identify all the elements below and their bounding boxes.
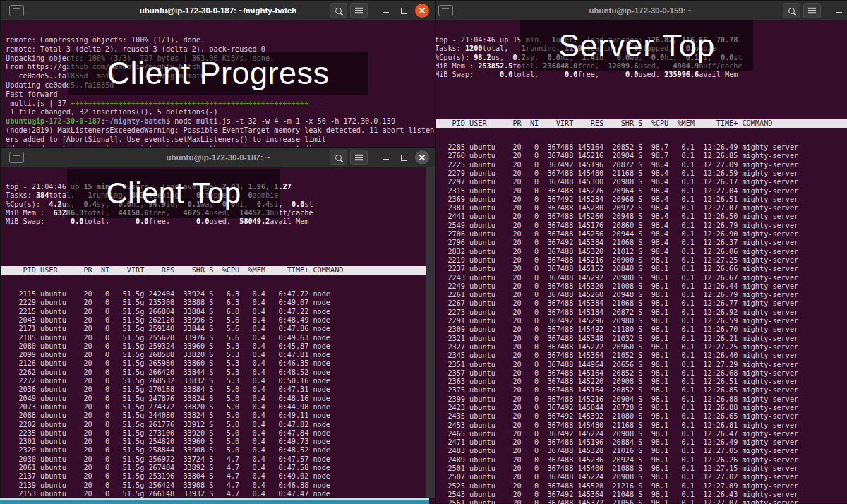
minimize-button[interactable] [378,3,393,18]
search-button[interactable] [330,3,347,18]
blank-line [430,95,847,103]
new-terminal-icon[interactable] [9,152,24,163]
menu-button[interactable] [350,3,368,18]
process-row: 2262 ubuntu 20 0 51.5g 266420 33844 S 5.… [1,368,426,377]
menu-button[interactable] [803,3,821,18]
titlebar-buttons [783,1,846,20]
process-row: 2320 ubuntu 20 0 51.5g 258844 33908 S 5.… [1,446,426,455]
process-row: 2043 ubuntu 20 0 51.5g 262120 33996 S 5.… [1,316,426,325]
background-window-edge [0,498,429,504]
process-row: 2507 ubuntu 20 0 367488 145224 20908 S 9… [430,473,847,481]
minimize-button[interactable] [378,150,393,165]
process-row: 2301 ubuntu 20 0 51.5g 254820 33960 S 5.… [1,438,426,446]
caption-client-top: Client Top [67,169,280,218]
process-row: 2229 ubuntu 20 0 51.5g 235308 33888 S 6.… [1,299,426,307]
process-row: 2115 ubuntu 20 0 51.5g 242404 33924 S 6.… [1,290,426,299]
process-row: 2073 ubuntu 20 0 51.5g 274372 33820 S 5.… [1,403,426,412]
process-row: 2760 ubuntu 20 0 367488 145216 20904 S 9… [430,152,847,160]
minimize-icon [383,12,389,13]
window-server-top: ubuntu@ip-172-30-0-159: ~ top - 21:04:46… [429,0,847,504]
menu-button[interactable] [350,150,368,165]
search-button[interactable] [783,3,800,18]
scrollbar-track[interactable] [426,167,435,498]
process-row: 2243 ubuntu 20 0 367488 145292 20980 S 9… [430,274,847,282]
process-row: 2369 ubuntu 20 0 367492 145284 20968 S 9… [430,196,847,204]
terminal-line: multi.js | 37 ++++++++++++++++++++++++++… [1,100,435,109]
process-row: 2279 ubuntu 20 0 367488 145480 21168 S 9… [430,169,847,178]
close-button[interactable] [414,3,430,18]
process-row: 2185 ubuntu 20 0 51.5g 255620 33976 S 5.… [1,334,426,342]
titlebar-client-top[interactable]: ubuntu@ip-172-30-0-187: ~ [1,148,435,167]
process-row: 2235 ubuntu 20 0 51.5g 273100 33920 S 5.… [1,429,426,438]
minimize-icon [383,159,389,160]
process-row: 2309 ubuntu 20 0 367488 145492 21180 S 9… [430,325,847,334]
process-row: 2237 ubuntu 20 0 367488 145152 20840 S 9… [430,265,847,273]
process-row: 2345 ubuntu 20 0 367488 145364 21052 S 9… [430,352,847,360]
process-row: 2327 ubuntu 20 0 367488 145272 20960 S 9… [430,343,847,352]
process-row: 2030 ubuntu 20 0 51.5g 256972 33724 S 4.… [1,455,426,464]
process-row: 2453 ubuntu 20 0 367488 145480 21168 S 9… [430,421,847,430]
search-icon [335,8,342,14]
minimize-icon [836,12,842,13]
desktop: ubuntu@ip-172-30-0-159: ~ top - 21:04:46… [0,0,847,504]
process-row: 2049 ubuntu 20 0 51.5g 247876 33824 S 5.… [1,395,426,403]
close-button[interactable] [414,150,430,165]
process-row: 2483 ubuntu 20 0 367488 145328 21016 S 9… [430,447,847,455]
process-row: 2126 ubuntu 20 0 51.5g 265980 33860 S 5.… [1,359,426,368]
maximize-button[interactable] [396,3,412,18]
terminal-body-server[interactable]: top - 21:04:46 up 15 min, 1user, load av… [430,20,847,504]
terminal-line: remote: Compressing objects: 100% (1/1),… [1,36,435,45]
process-row: 2215 ubuntu 20 0 51.5g 266804 33884 S 6.… [1,308,426,316]
process-row: 2171 ubuntu 20 0 51.5g 259140 33844 S 5.… [1,325,426,333]
process-row: 2543 ubuntu 20 0 367492 145364 21048 S 9… [430,491,847,499]
terminal-line: (node:2019) MaxListenersExceededWarning:… [1,126,435,136]
process-row: 2489 ubuntu 20 0 367488 145236 20924 S 9… [430,456,847,464]
process-row: 2219 ubuntu 20 0 367488 145216 20900 S 9… [430,256,847,265]
process-row: 2501 ubuntu 20 0 367488 145400 21088 S 9… [430,464,847,473]
blank-line [1,241,426,250]
window-title: ubuntu@ip-172-30-0-187: ~/mighty-batch [140,6,296,15]
process-row: 2272 ubuntu 20 0 51.5g 268532 33832 S 5.… [1,377,426,385]
maximize-button[interactable] [396,150,412,165]
new-terminal-icon[interactable] [438,5,453,16]
process-row: 2321 ubuntu 20 0 367488 145348 21032 S 9… [430,335,847,343]
process-row: 2137 ubuntu 20 0 51.5g 253196 33804 S 4.… [1,472,426,481]
close-icon [415,150,429,164]
terminal-line: ubuntu@ip-172-30-0-187:~/mighty-batch$ n… [1,117,435,126]
terminal-line: ers added to [AbortSignal]. Use events.s… [1,136,435,145]
process-row: 2796 ubuntu 20 0 367492 145384 21068 S 9… [430,239,847,247]
search-icon [335,155,342,161]
process-row: 2363 ubuntu 20 0 367488 145220 20908 S 9… [430,378,847,386]
titlebar-server-top[interactable]: ubuntu@ip-172-30-0-159: ~ [430,1,847,20]
process-row: 2267 ubuntu 20 0 367488 145384 21068 S 9… [430,299,847,308]
titlebar-client-progress[interactable]: ubuntu@ip-172-30-0-187: ~/mighty-batch [1,1,435,20]
process-row: 2465 ubuntu 20 0 367492 145224 20908 S 9… [430,430,847,438]
search-button[interactable] [330,150,347,165]
process-row: 2351 ubuntu 20 0 367488 144964 20656 S 9… [430,361,847,369]
new-terminal-icon[interactable] [9,5,24,16]
process-row: 2261 ubuntu 20 0 367488 145260 20948 S 9… [430,291,847,299]
hamburger-menu-icon [355,10,363,11]
process-row: 2832 ubuntu 20 0 367488 145320 21012 S 9… [430,248,847,256]
process-row: 2441 ubuntu 20 0 367488 145260 20948 S 9… [430,212,847,221]
process-row: 2315 ubuntu 20 0 367488 145276 20964 S 9… [430,187,847,196]
process-row: 2549 ubuntu 20 0 367488 145176 20860 S 9… [430,222,847,230]
close-icon [415,4,429,18]
hamburger-menu-icon [808,10,816,11]
terminal-line: 1 file changed, 32 insertions(+), 5 dele… [1,108,435,117]
maximize-icon [401,8,407,14]
process-row: 2249 ubuntu 20 0 367488 145320 21008 S 9… [430,282,847,291]
process-row: 2088 ubuntu 20 0 51.5g 244080 33824 S 5.… [1,412,426,420]
process-row: 2080 ubuntu 20 0 51.5g 259324 33960 S 5.… [1,342,426,351]
process-row: 2139 ubuntu 20 0 51.5g 256424 33908 S 4.… [1,481,426,490]
process-table: 2285 ubuntu 20 0 367488 145164 20852 S 9… [430,143,847,504]
process-row: 2099 ubuntu 20 0 51.5g 268588 33820 S 5.… [1,351,426,359]
minimize-button[interactable] [831,3,846,18]
process-row: 2297 ubuntu 20 0 367488 145300 20988 S 9… [430,178,847,186]
process-row: 2423 ubuntu 20 0 367492 145044 20728 S 9… [430,404,847,412]
titlebar-buttons [330,1,430,20]
process-row: 2225 ubuntu 20 0 367492 145196 20872 S 9… [430,161,847,169]
top-table-header: PID USER PR NI VIRT RES SHR S %CPU %MEM … [1,266,426,275]
process-row: 2435 ubuntu 20 0 367492 145392 21080 S 9… [430,412,847,421]
process-row: 2061 ubuntu 20 0 51.5g 267484 33892 S 4.… [1,464,426,472]
